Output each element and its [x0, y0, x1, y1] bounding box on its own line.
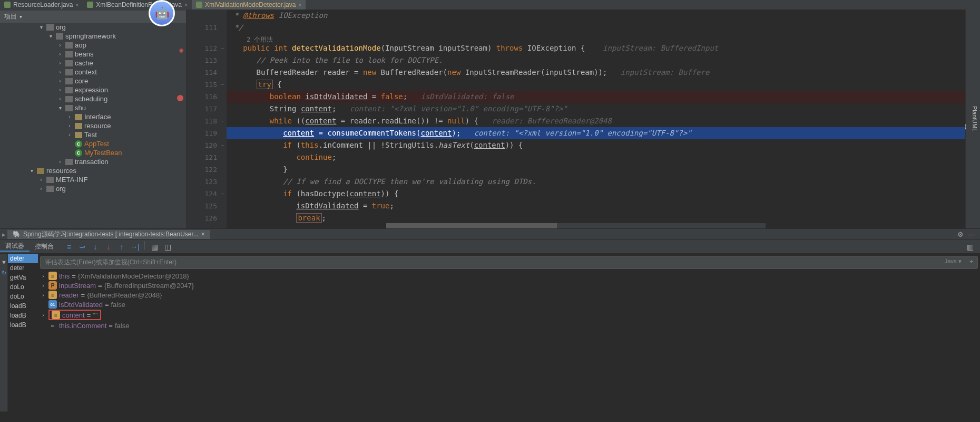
settings-icon[interactable]: ⚙: [957, 231, 964, 238]
expand-icon[interactable]: ›: [57, 42, 63, 48]
gradle-icon: 🐘: [13, 231, 21, 238]
debugger-tab[interactable]: 调试器: [0, 242, 30, 252]
debug-run-bar: ▸ 🐘 Spring源码学习:integration-tests [:integ…: [0, 228, 980, 240]
right-tool-rail: PlantUML数据库jclasslibGitHub CopilotRestfu…: [965, 9, 980, 228]
tree-item[interactable]: ›Test: [0, 130, 186, 139]
stack-frame[interactable]: loadB: [8, 320, 38, 330]
filter-icon[interactable]: ▼: [0, 257, 8, 267]
close-icon[interactable]: ×: [298, 2, 301, 8]
variable-row[interactable]: ›≡this = {XmlValidationModeDetector@2018…: [40, 271, 978, 281]
var-type-icon: 01: [48, 300, 57, 309]
step-out-icon[interactable]: ↑: [116, 241, 128, 253]
expand-icon[interactable]: ›: [66, 123, 73, 129]
debug-toolbar: 调试器 控制台 ≡ ⤻ ↓ ↓ ↑ →| ▦ ◫ ▥: [0, 240, 980, 254]
tree-item[interactable]: ▾springframework: [0, 32, 186, 41]
add-watch-icon[interactable]: +: [969, 258, 973, 265]
stack-frame[interactable]: loadB: [8, 311, 38, 320]
layout-icon[interactable]: ▥: [964, 241, 976, 253]
tree-item[interactable]: CAppTest: [0, 139, 186, 148]
project-tree: 项目 ▾ ▾org▾springframework›aop›beans›cach…: [0, 9, 187, 228]
tree-item[interactable]: ›Interface: [0, 112, 186, 121]
tree-item[interactable]: CMyTestBean: [0, 148, 186, 157]
expand-icon[interactable]: ›: [40, 292, 46, 298]
force-step-icon[interactable]: ↓: [103, 241, 114, 253]
class-icon: C: [75, 149, 82, 157]
expand-icon[interactable]: ▾: [57, 105, 63, 111]
debug-config-tab[interactable]: 🐘 Spring源码学习:integration-tests [:integra…: [7, 230, 210, 239]
code-area[interactable]: * @throws IOException */ 2 个用法 public in…: [227, 9, 965, 228]
horizontal-scrollbar[interactable]: [386, 223, 766, 228]
tree-item[interactable]: ›expression: [0, 85, 186, 94]
debug-panel: ▼ ↻ deterdetergetVadoLodoLoloadBloadBloa…: [0, 254, 980, 411]
rail-tool[interactable]: PlantUML: [969, 9, 980, 228]
variable-row[interactable]: ›≡reader = {BufferedReader@2048}: [40, 290, 978, 300]
expand-icon[interactable]: ▾: [28, 168, 35, 174]
tree-item[interactable]: ›transaction: [0, 157, 186, 166]
close-icon[interactable]: ×: [201, 231, 205, 238]
tree-item[interactable]: ›META-INF: [0, 175, 186, 184]
folder-icon: [65, 78, 73, 84]
folder-icon: [65, 51, 73, 57]
step-over-icon[interactable]: ⤻: [76, 241, 88, 253]
folder-icon: [75, 123, 82, 129]
expand-icon[interactable]: ›: [66, 132, 73, 138]
variable-row[interactable]: ›PinputStream = {BufferedInputStream@204…: [40, 281, 978, 290]
stack-frame[interactable]: doLo: [8, 292, 38, 301]
expand-icon[interactable]: ›: [57, 60, 63, 66]
file-tab-active[interactable]: XmlValidationModeDetector.java×: [192, 0, 306, 9]
step-into-icon[interactable]: ↓: [90, 241, 101, 253]
tree-item[interactable]: ›org: [0, 184, 186, 193]
expand-icon[interactable]: ›: [57, 69, 63, 75]
expand-icon[interactable]: ›: [40, 273, 46, 279]
expand-icon[interactable]: ▾: [47, 33, 54, 39]
console-tab[interactable]: 控制台: [30, 242, 59, 251]
debug-controls-col: ▼ ↻: [0, 254, 8, 411]
tree-item[interactable]: ›beans: [0, 50, 186, 59]
expand-icon[interactable]: ›: [66, 114, 73, 120]
tree-item[interactable]: ›aop: [0, 41, 186, 50]
folder-icon: [75, 132, 82, 138]
tree-item[interactable]: ›core: [0, 76, 186, 85]
stack-frame[interactable]: loadB: [8, 301, 38, 311]
expand-icon[interactable]: ›: [57, 96, 63, 102]
expand-icon[interactable]: ›: [57, 78, 63, 84]
evaluate-icon[interactable]: ▦: [149, 241, 160, 253]
expand-icon[interactable]: ›: [40, 283, 46, 289]
minimize-icon[interactable]: —: [968, 231, 975, 238]
tree-item[interactable]: ›scheduling: [0, 94, 186, 103]
breakpoint-icon[interactable]: [175, 93, 183, 101]
expand-icon[interactable]: ›: [38, 186, 44, 191]
stack-frame[interactable]: deter: [8, 254, 38, 263]
stack-frame[interactable]: deter: [8, 263, 38, 273]
folder-icon: [65, 96, 73, 102]
stack-frame[interactable]: doLo: [8, 282, 38, 292]
run-icon[interactable]: ◉: [175, 44, 183, 52]
expand-icon[interactable]: ›: [57, 51, 63, 57]
close-icon[interactable]: ×: [75, 2, 79, 8]
tree-item[interactable]: ›cache: [0, 59, 186, 68]
var-type-icon: ≡: [48, 272, 57, 280]
assistant-avatar[interactable]: 🤖: [149, 0, 190, 33]
stack-frame[interactable]: getVa: [8, 273, 38, 282]
trace-icon[interactable]: ◫: [162, 241, 173, 253]
variable-row[interactable]: ›≡content = "": [40, 309, 978, 321]
run-to-cursor-icon[interactable]: →|: [129, 241, 141, 253]
tree-item[interactable]: ›context: [0, 68, 186, 76]
threads-icon[interactable]: ≡: [63, 241, 75, 253]
expand-icon[interactable]: ›: [38, 177, 44, 183]
code-editor[interactable]: 111 112◉− 113 114 115− 116 117 118− 119 …: [187, 9, 965, 228]
file-tab[interactable]: ResourceLoader.java×: [0, 0, 83, 9]
expand-icon[interactable]: ▾: [38, 24, 44, 30]
tree-item[interactable]: ▾shu: [0, 103, 186, 112]
tree-item[interactable]: ›resource: [0, 121, 186, 130]
evaluate-input[interactable]: 评估表达式(Enter)或添加监视(Ctrl+Shift+Enter) Java…: [40, 256, 978, 269]
expand-icon[interactable]: ›: [57, 159, 63, 165]
var-type-icon: ∞: [48, 321, 57, 330]
tree-item[interactable]: ▾resources: [0, 166, 186, 175]
folder-icon: [65, 69, 73, 75]
variables-panel: 评估表达式(Enter)或添加监视(Ctrl+Shift+Enter) Java…: [38, 254, 980, 411]
expand-icon[interactable]: ›: [57, 87, 63, 93]
variable-row[interactable]: 01isDtdValidated = false: [40, 300, 978, 309]
restart-icon[interactable]: ↻: [0, 267, 8, 278]
variable-row[interactable]: ∞this.inComment = false: [40, 321, 978, 330]
